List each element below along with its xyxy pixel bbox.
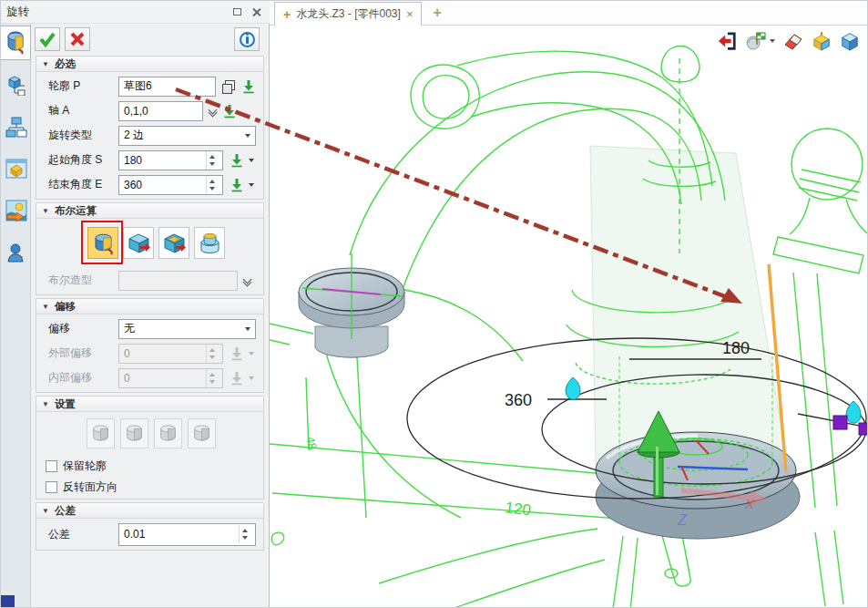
flip-face-checkbox[interactable] bbox=[46, 481, 57, 493]
viewport-canvas[interactable]: 180 360 48 120 bbox=[270, 26, 868, 608]
section-offset: ▼ 偏移 偏移 无 外部偏移 bbox=[36, 298, 264, 393]
viewport: 180 360 48 120 bbox=[270, 26, 868, 608]
solid-box-icon[interactable] bbox=[1, 151, 31, 186]
green-arrow-glyph bbox=[230, 178, 244, 192]
restore-icon[interactable] bbox=[230, 5, 245, 19]
user-glyph bbox=[5, 242, 27, 263]
start-angle-field[interactable] bbox=[118, 150, 223, 170]
inner-offset-label: 内部偏移 bbox=[48, 370, 118, 386]
document-tabbar: + 水龙头.Z3 - [零件003] × + bbox=[270, 1, 868, 26]
height-dim-label[interactable]: 48 bbox=[303, 436, 320, 451]
pick-from-list-icon[interactable] bbox=[230, 178, 244, 192]
inner-offset-input bbox=[124, 372, 206, 385]
end-angle-label: 结束角度 E bbox=[48, 177, 118, 192]
profile-field[interactable] bbox=[118, 77, 216, 97]
chevron-down-icon[interactable] bbox=[249, 159, 254, 162]
viewport-toolbar bbox=[717, 31, 860, 51]
boolean-add-icon[interactable] bbox=[123, 227, 154, 259]
revolve-style-1-icon bbox=[87, 418, 115, 448]
pick-from-list-icon[interactable] bbox=[222, 104, 237, 119]
boolean-shape-field[interactable] bbox=[118, 271, 238, 291]
cancel-cross-icon[interactable] bbox=[65, 27, 90, 51]
cube-icon[interactable] bbox=[840, 31, 860, 51]
corner-accent bbox=[1, 595, 15, 608]
boolean-intersect-glyph bbox=[198, 231, 222, 255]
verify-flag-icon[interactable] bbox=[745, 31, 775, 51]
document-tab[interactable]: + 水龙头.Z3 - [零件003] × bbox=[274, 2, 422, 26]
boolean-intersect-icon[interactable] bbox=[194, 227, 225, 259]
panel-titlebar: 旋转 bbox=[1, 1, 270, 24]
chevron-down-icon bbox=[245, 327, 250, 331]
width-dim-label[interactable]: 120 bbox=[505, 499, 532, 519]
keep-profile-row: 保留轮廓 bbox=[46, 457, 263, 475]
eraser-icon[interactable] bbox=[783, 31, 803, 51]
revolve-type-select[interactable]: 2 边 bbox=[118, 126, 256, 146]
chevron-down-icon[interactable] bbox=[249, 183, 254, 187]
assembly-tree-icon[interactable] bbox=[1, 109, 31, 144]
profile-label: 轮廓 P bbox=[48, 78, 118, 94]
spinner[interactable] bbox=[206, 151, 218, 170]
pick-from-list-icon[interactable] bbox=[230, 153, 244, 168]
section-settings-header[interactable]: ▼ 设置 bbox=[36, 397, 263, 412]
outer-offset-input bbox=[124, 347, 206, 360]
drag-cone-icon[interactable] bbox=[566, 377, 580, 399]
keep-profile-checkbox[interactable] bbox=[46, 460, 57, 472]
profile-row: 轮廓 P bbox=[48, 76, 256, 97]
boolean-base-glyph bbox=[91, 231, 116, 255]
new-tab-button[interactable]: + bbox=[433, 5, 441, 21]
start-angle-dim-label[interactable]: 180 bbox=[722, 339, 750, 357]
section-required-header[interactable]: ▼ 必选 bbox=[36, 57, 263, 72]
end-angle-field[interactable] bbox=[118, 175, 223, 195]
boolean-shape-input bbox=[124, 274, 232, 287]
double-chevron-icon[interactable] bbox=[244, 276, 250, 285]
axis-input[interactable] bbox=[124, 105, 198, 118]
double-chevron-icon[interactable] bbox=[209, 107, 216, 116]
ok-check-icon[interactable] bbox=[35, 27, 60, 51]
boolean-base-icon[interactable] bbox=[87, 227, 118, 259]
datum-node-icon[interactable] bbox=[1, 67, 31, 102]
boolean-remove-glyph bbox=[162, 231, 187, 255]
profile-input[interactable] bbox=[124, 80, 210, 93]
end-angle-dim-label[interactable]: 360 bbox=[505, 391, 532, 409]
spinner bbox=[206, 345, 218, 363]
axis-field[interactable] bbox=[118, 101, 203, 121]
pick-from-list-icon[interactable] bbox=[241, 79, 256, 94]
section-boolean-header[interactable]: ▼ 布尔运算 bbox=[36, 203, 263, 219]
section-tolerance-header[interactable]: ▼ 公差 bbox=[36, 503, 263, 519]
boolean-remove-icon[interactable] bbox=[158, 227, 189, 259]
spinner[interactable] bbox=[206, 176, 218, 194]
chevron-down-icon[interactable] bbox=[770, 39, 775, 43]
tolerance-field[interactable] bbox=[118, 523, 256, 546]
tolerance-input[interactable] bbox=[124, 528, 239, 541]
end-angle-row: 结束角度 E bbox=[48, 174, 256, 195]
pin-box-icon[interactable] bbox=[812, 31, 832, 51]
info-icon[interactable] bbox=[234, 27, 260, 51]
section-offset-header[interactable]: ▼ 偏移 bbox=[36, 299, 263, 314]
exit-icon[interactable] bbox=[717, 31, 737, 51]
zw3d-window: 旋转 bbox=[0, 0, 868, 608]
outer-offset-row: 外部偏移 bbox=[48, 343, 256, 364]
inner-offset-row: 内部偏移 bbox=[48, 367, 256, 388]
render-scene-icon[interactable] bbox=[1, 193, 31, 228]
offset-label: 偏移 bbox=[48, 321, 118, 336]
copy-icon[interactable] bbox=[222, 80, 235, 93]
boolean-ops-row bbox=[36, 219, 263, 266]
square-handle-icon[interactable] bbox=[833, 416, 847, 429]
user-icon[interactable] bbox=[1, 235, 31, 270]
tab-close-icon[interactable]: × bbox=[406, 7, 414, 21]
spinner[interactable] bbox=[239, 525, 250, 543]
offset-select[interactable]: 无 bbox=[118, 319, 256, 339]
square-handle-icon[interactable] bbox=[859, 423, 868, 435]
revolve-tool-icon[interactable] bbox=[1, 26, 31, 60]
end-angle-input[interactable] bbox=[124, 179, 206, 191]
chevron-down-icon bbox=[249, 352, 254, 356]
revolve-preview-surface bbox=[590, 146, 789, 472]
revolve-style-2-icon bbox=[120, 418, 148, 448]
left-knob bbox=[299, 253, 404, 357]
start-angle-input[interactable] bbox=[124, 154, 206, 167]
section-boolean: ▼ 布尔运算 bbox=[36, 202, 264, 295]
green-arrow-glyph bbox=[230, 346, 244, 361]
close-icon[interactable] bbox=[249, 5, 264, 19]
pick-from-list-icon-disabled bbox=[230, 371, 244, 386]
left-toolbar bbox=[1, 24, 31, 608]
